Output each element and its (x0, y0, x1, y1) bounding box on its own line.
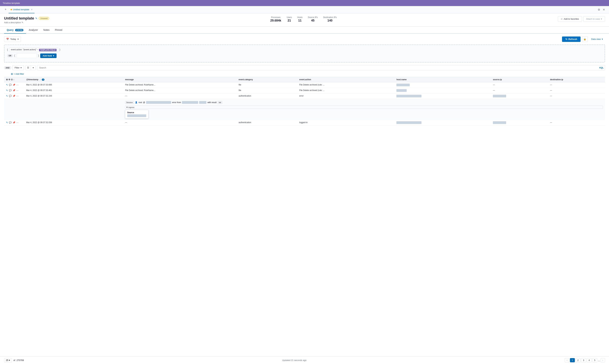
empty-query-input[interactable] (16, 53, 37, 58)
query-row-2: OR ( ) Add field ▾ (7, 53, 602, 58)
tab-analyzer[interactable]: Analyzer (26, 26, 41, 34)
row2-host-name: ██████ (394, 88, 491, 93)
add-to-favorites-button[interactable]: ☆ Add to favorites (558, 16, 582, 22)
row1-host-name: ████████ (394, 82, 491, 88)
add-filter-button[interactable]: + Add filter (14, 73, 24, 75)
filter-icon-1[interactable]: ☰ (26, 65, 31, 70)
host-blurred: ████████████████ (146, 101, 171, 104)
filter-button[interactable]: Filter ▾ (13, 65, 24, 70)
row4-event-action: logged-in (297, 120, 394, 126)
tab-query[interactable]: Query 270769 (4, 26, 26, 34)
add-field-button[interactable]: Add field ▾ (40, 53, 56, 58)
row-pin-icon[interactable]: 📌 (13, 84, 15, 86)
row-comment-icon[interactable]: 💬 (9, 89, 12, 92)
refresh-label: Refresh (568, 38, 577, 40)
row-pin-icon[interactable]: 📌 (13, 95, 15, 97)
favorites-label: Add to favorites (564, 18, 579, 20)
date-chevron-icon: ▾ (17, 38, 19, 40)
page-4-button[interactable]: 4 (587, 358, 592, 362)
pagination: ‹ 1 2 3 4 5 ... › (565, 358, 605, 362)
kql-badge: KQL (599, 67, 604, 69)
tab-pinned[interactable]: Pinned (52, 26, 65, 34)
row-pin-icon[interactable]: 📌 (13, 121, 15, 124)
open-paren-1: ( (7, 48, 8, 51)
row-pin-icon[interactable]: 📌 (13, 89, 15, 92)
close-paren-1: ) (59, 48, 60, 51)
at-symbol: @ (143, 101, 145, 104)
edit-title-button[interactable]: ✎ (35, 17, 37, 20)
lock-button[interactable]: 🔒 (582, 36, 588, 42)
th-event-action[interactable]: event.action (297, 77, 394, 82)
row3-destination-ip: — (548, 93, 605, 99)
attach-to-case-button[interactable]: Attach to case ▾ (583, 16, 605, 22)
row-more-icon[interactable]: ⋯ (16, 121, 18, 124)
th-host-name[interactable]: host.name (394, 77, 491, 82)
th-source-ip[interactable]: source.ip (491, 77, 548, 82)
tab-close-button[interactable]: × (31, 8, 32, 11)
search-input[interactable] (37, 65, 605, 70)
tab-query-label: Query (7, 29, 14, 31)
th-icon-3[interactable]: ⊡ (11, 78, 13, 81)
row-comment-icon[interactable]: 💬 (9, 95, 12, 97)
add-tab-button[interactable]: + (3, 6, 9, 13)
attach-label: Attach to case (586, 18, 600, 20)
row-comment-icon[interactable]: 💬 (9, 121, 12, 124)
th-event-category[interactable]: event.category (237, 77, 298, 82)
of-label: of (13, 359, 15, 362)
ingress-row: ⊕ ingress (125, 106, 603, 109)
row-more-icon[interactable]: ⋯ (16, 84, 18, 86)
expanded-spacer (4, 99, 123, 120)
th-actions: ⊞ ⚙ ⊡ ↕ (4, 77, 24, 82)
active-tab[interactable]: Untitled template × (9, 6, 35, 13)
th-timestamp[interactable]: @timestamp ↓ 1 (24, 77, 123, 82)
page-size-value: 25 (6, 359, 8, 362)
table-header-row: ⊞ ⚙ ⊡ ↕ @timestamp ↓ 1 message event.cat… (4, 77, 605, 82)
description-link[interactable]: Add a description ✎ (4, 21, 49, 24)
th-icon-1[interactable]: ⊞ (6, 78, 8, 81)
row-expand-icon[interactable]: ✎ (6, 84, 8, 86)
page-size-button[interactable]: 25 ▾ (4, 358, 12, 362)
tab-unsaved-indicator (11, 9, 12, 10)
close-panel-icon[interactable]: ✕ (601, 8, 606, 11)
refresh-button[interactable]: ↻ Refresh (562, 37, 581, 42)
th-message[interactable]: message (123, 77, 237, 82)
row-more-icon[interactable]: ⋯ (16, 89, 18, 92)
row3-actions: ✎ 💬 📌 ⋯ (4, 93, 24, 99)
data-view-label: Data view (591, 38, 601, 40)
attach-chevron-icon: ▾ (601, 18, 602, 20)
row4-actions: ✎ 💬 📌 ⋯ (4, 120, 24, 126)
row-comment-icon[interactable]: 💬 (9, 84, 12, 86)
row1-destination-ip: — (548, 82, 605, 88)
row4-event-category: authentication (237, 120, 298, 126)
settings-icon[interactable]: ⚙ (596, 8, 601, 11)
page-5-button[interactable]: 5 (592, 358, 597, 362)
with-result-label: with result (207, 101, 217, 104)
unsaved-badge: Unsaved (39, 17, 49, 20)
tab-notes[interactable]: Notes (41, 26, 52, 34)
date-picker-button[interactable]: 📅 Today ▾ (4, 36, 21, 42)
page-2-button[interactable]: 2 (576, 358, 580, 362)
row-expand-icon[interactable]: ✎ (6, 89, 8, 92)
row-expand-icon[interactable]: ✎ (6, 121, 8, 124)
stat-source-ips-label: Source IPs (308, 16, 318, 18)
refresh-icon: ↻ (565, 38, 568, 40)
row-more-icon[interactable]: ⋯ (16, 95, 18, 97)
query-chip-wrapper: event.action: "{event.action}" × TEMPLAT… (9, 48, 58, 52)
chip-close-icon[interactable]: × (37, 49, 38, 51)
next-page-button[interactable]: › (601, 358, 605, 362)
row2-event-category: file (237, 88, 298, 93)
stat-users-value: 21 (287, 19, 292, 22)
th-destination-ip[interactable]: destination.ip (548, 77, 605, 82)
row-expand-icon[interactable]: ✎ (6, 95, 8, 97)
page-1-button[interactable]: 1 (570, 358, 575, 362)
page-3-button[interactable]: 3 (581, 358, 586, 362)
filter-icon-2[interactable]: ▾ (31, 65, 36, 70)
prev-page-button[interactable]: ‹ (565, 358, 569, 362)
source-blurred: ██████████ (182, 101, 198, 104)
stat-processes: Processes 29.684k (270, 16, 281, 22)
th-icon-2[interactable]: ⚙ (8, 78, 10, 81)
row1-event-category: file (237, 82, 298, 88)
data-view-button[interactable]: Data view ▾ (589, 37, 605, 42)
tab-notes-label: Notes (43, 29, 50, 31)
th-icon-4[interactable]: ↕ (13, 78, 14, 81)
